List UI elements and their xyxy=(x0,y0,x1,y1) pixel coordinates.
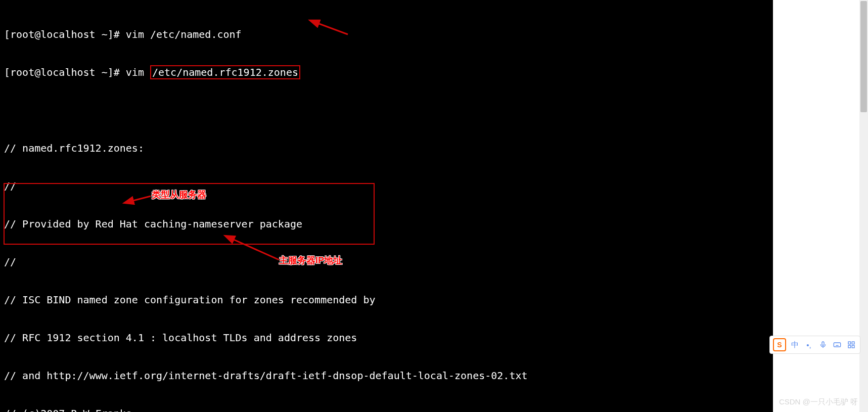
shell-prompt: [root@localhost ~]# xyxy=(4,28,126,40)
sogou-logo-icon[interactable]: S xyxy=(773,338,786,351)
svg-rect-4 xyxy=(834,343,840,347)
terminal-line: [root@localhost ~]# vim /etc/named.rfc19… xyxy=(4,66,769,79)
svg-rect-3 xyxy=(822,342,824,345)
terminal-line: // RFC 1912 section 4.1 : localhost TLDs… xyxy=(4,332,769,344)
ime-punct-icon[interactable]: •, xyxy=(803,339,814,350)
terminal-line: // named.rfc1912.zones: xyxy=(4,142,769,155)
shell-prompt: [root@localhost ~]# xyxy=(4,66,126,78)
ime-toolbar[interactable]: S 中 •, xyxy=(769,336,860,354)
svg-rect-8 xyxy=(852,345,854,348)
viewport: [root@localhost ~]# vim /etc/named.conf … xyxy=(0,0,868,412)
grid-icon[interactable] xyxy=(846,339,857,350)
terminal-line: [root@localhost ~]# vim /etc/named.conf xyxy=(4,28,769,41)
terminal-line: // xyxy=(4,256,769,268)
terminal-line: // xyxy=(4,180,769,193)
scrollbar-thumb[interactable] xyxy=(860,1,867,112)
terminal-output[interactable]: [root@localhost ~]# vim /etc/named.conf … xyxy=(0,0,773,412)
ime-lang-toggle[interactable]: 中 xyxy=(789,339,800,350)
svg-rect-6 xyxy=(852,342,854,344)
highlighted-path: /etc/named.rfc1912.zones xyxy=(150,65,300,79)
terminal-line xyxy=(4,104,769,117)
terminal-line: // Provided by Red Hat caching-nameserve… xyxy=(4,218,769,231)
svg-rect-5 xyxy=(848,342,851,344)
svg-rect-7 xyxy=(848,345,851,348)
terminal-line: // (c)2007 R W Franks xyxy=(4,407,769,412)
terminal-line: // ISC BIND named zone configuration for… xyxy=(4,294,769,306)
keyboard-icon[interactable] xyxy=(832,339,843,350)
csdn-watermark: CSDN @一只小毛驴 呀 xyxy=(779,397,858,407)
shell-command-prefix: vim xyxy=(126,66,150,78)
microphone-icon[interactable] xyxy=(817,339,829,350)
vertical-scrollbar[interactable] xyxy=(859,0,868,412)
terminal-line: // and http://www.ietf.org/internet-draf… xyxy=(4,370,769,382)
shell-command: vim /etc/named.conf xyxy=(126,28,242,40)
